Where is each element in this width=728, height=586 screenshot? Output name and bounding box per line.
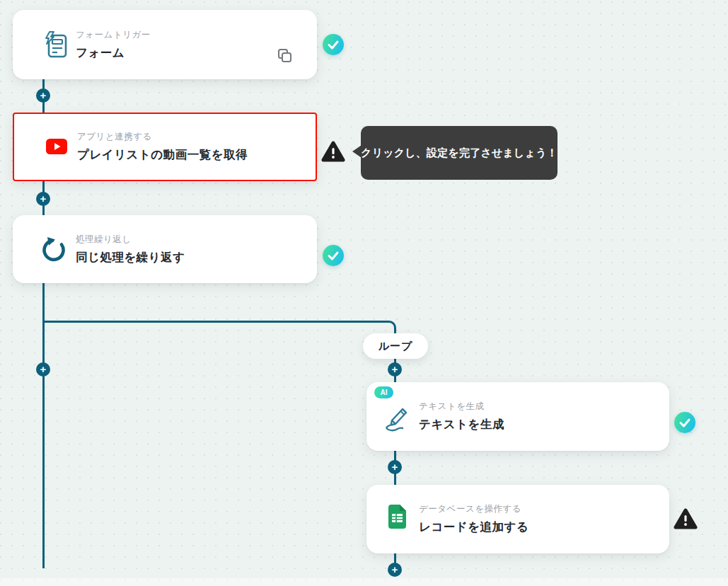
add-step-button[interactable] <box>388 563 402 577</box>
setup-tooltip: クリックし、設定を完了させましょう！ <box>361 126 557 180</box>
add-step-button[interactable] <box>388 460 402 474</box>
node-category-label: データベースを操作する <box>419 503 528 515</box>
youtube-icon <box>45 138 68 155</box>
node-title: 同じ処理を繰り返す <box>76 250 185 265</box>
node-title: レコードを追加する <box>419 519 528 535</box>
warning-icon <box>320 140 346 164</box>
loop-branch-label-text: ループ <box>379 340 413 353</box>
status-complete-badge <box>674 412 695 433</box>
tooltip-arrow-icon <box>352 145 362 158</box>
ai-pencil-icon <box>383 402 413 433</box>
node-card-generate-text[interactable]: AI テキストを生成 テキストを生成 <box>366 382 669 451</box>
status-warning-badge <box>673 507 698 532</box>
google-sheets-icon <box>387 503 408 530</box>
add-step-button[interactable] <box>36 192 50 206</box>
node-category-label: テキストを生成 <box>419 401 504 413</box>
node-card-repeat-process[interactable]: 処理繰り返し 同じ処理を繰り返す <box>13 215 317 283</box>
loop-branch-connector <box>43 321 396 349</box>
node-title: プレイリストの動画一覧を取得 <box>77 147 248 163</box>
node-title: テキストを生成 <box>419 417 504 432</box>
node-category-label: 処理繰り返し <box>76 234 185 246</box>
loop-icon <box>42 236 68 263</box>
add-step-button[interactable] <box>388 362 402 377</box>
node-category-label: フォームトリガー <box>76 29 151 41</box>
check-icon <box>323 34 344 55</box>
node-card-add-record[interactable]: データベースを操作する レコードを追加する <box>366 485 669 553</box>
check-icon <box>674 412 695 433</box>
status-complete-badge <box>323 34 344 55</box>
tooltip-text: クリックし、設定を完了させましょう！ <box>361 146 557 160</box>
status-complete-badge <box>323 245 344 266</box>
node-category-label: アプリと連携する <box>77 131 248 143</box>
loop-branch-label: ループ <box>363 333 428 359</box>
status-warning-badge <box>320 140 346 164</box>
warning-icon <box>673 507 698 532</box>
workflow-canvas: フォームトリガー フォーム アプリと連携する プレイリストの動画一覧を取得 <box>0 0 728 586</box>
add-step-button[interactable] <box>36 88 50 103</box>
ai-badge: AI <box>374 386 393 398</box>
form-trigger-icon <box>42 30 69 60</box>
node-card-form-trigger[interactable]: フォームトリガー フォーム <box>13 10 317 79</box>
ai-badge-text: AI <box>381 389 388 396</box>
node-title: フォーム <box>76 45 151 61</box>
node-card-youtube-get-playlist[interactable]: アプリと連携する プレイリストの動画一覧を取得 <box>13 113 317 181</box>
copy-node-button[interactable] <box>276 47 293 64</box>
add-step-button[interactable] <box>36 362 50 377</box>
canvas-bottom-fade <box>0 578 728 586</box>
check-icon <box>323 245 344 266</box>
